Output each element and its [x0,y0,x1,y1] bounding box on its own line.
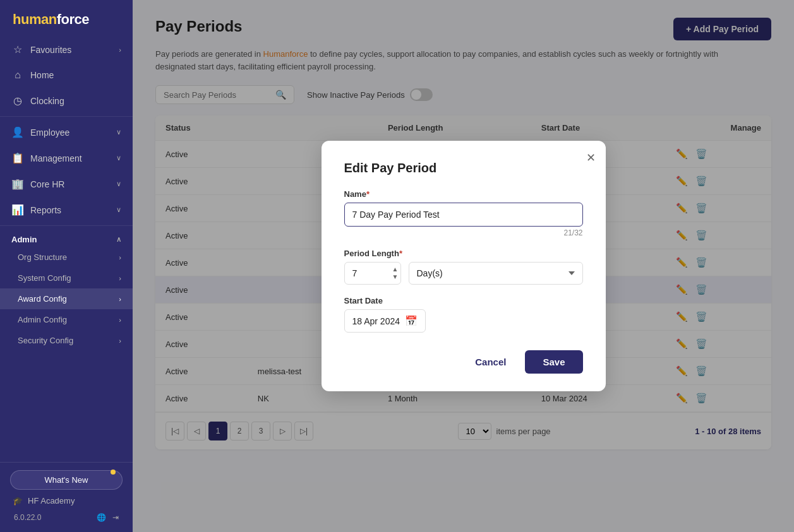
employee-icon: 👤 [11,126,24,138]
period-unit-select[interactable]: Day(s) Week(s) Month(s) [409,262,583,285]
chevron-down-icon: ∨ [116,206,121,214]
chevron-right-icon: › [119,337,121,345]
start-date-group: Start Date 18 Apr 2024 📅 [344,296,583,333]
chevron-up-icon: ∧ [116,235,121,244]
version-label: 6.0.22.0 [14,513,41,522]
period-row: ▲ ▼ Day(s) Week(s) Month(s) [344,262,583,285]
sidebar-item-award-config[interactable]: Award Config › [0,288,133,309]
chevron-right-icon: › [119,295,121,303]
sidebar-item-system-config[interactable]: System Config › [0,268,133,288]
academy-icon: 🎓 [13,496,23,505]
sidebar-item-label: Home [30,70,54,80]
chevron-right-icon: › [119,275,121,282]
name-field-group: Name* 21/32 [344,189,583,237]
sidebar-item-label: Clocking [30,96,64,106]
hf-academy-label: HF Academy [28,496,75,505]
sidebar-sub-item-label: System Config [18,273,71,283]
whats-new-label: What's New [45,475,88,485]
sidebar-item-label: Employee [30,127,69,138]
modal-overlay: ✕ Edit Pay Period Name* 21/32 Period Len… [133,0,794,532]
sidebar-sub-item-label: Security Config [18,336,73,345]
sidebar-item-admin-config[interactable]: Admin Config › [0,309,133,330]
sidebar-item-reports[interactable]: 📊 Reports ∨ [0,197,133,223]
management-icon: 📋 [11,152,24,164]
sidebar-item-label: Core HR [30,179,64,189]
sidebar-item-label: Reports [30,205,61,215]
stepper-down-button[interactable]: ▼ [392,274,399,280]
sidebar-item-org-structure[interactable]: Org Structure › [0,247,133,268]
sidebar-item-management[interactable]: 📋 Management ∨ [0,145,133,171]
sidebar-item-home[interactable]: ⌂ Home [0,62,133,88]
start-date-label: Start Date [344,296,583,305]
whats-new-button[interactable]: What's New [10,470,123,490]
modal-close-button[interactable]: ✕ [586,151,596,165]
sidebar-item-favourites[interactable]: ☆ Favourites › [0,37,133,62]
chevron-down-icon: ∨ [116,128,121,136]
cancel-button[interactable]: Cancel [465,350,516,374]
chevron-right-icon: › [119,316,121,324]
sidebar-item-core-hr[interactable]: 🏢 Core HR ∨ [0,171,133,197]
sidebar-nav: ☆ Favourites › ⌂ Home ◷ Clocking 👤 Emplo… [0,37,133,462]
chevron-down-icon: ∨ [116,180,121,188]
edit-pay-period-modal: ✕ Edit Pay Period Name* 21/32 Period Len… [322,141,606,391]
reports-icon: 📊 [11,204,24,216]
name-label: Name* [344,189,583,199]
chevron-right-icon: › [119,254,121,261]
sidebar-admin-section[interactable]: Admin ∧ [0,228,133,247]
clock-icon: ◷ [11,95,24,107]
modal-actions: Cancel Save [344,350,583,374]
stepper: ▲ ▼ [392,266,399,280]
period-length-label: Period Length* [344,249,583,258]
bottom-icons: 🌐 ⇥ [97,513,119,522]
logout-icon[interactable]: ⇥ [112,513,119,522]
app-logo: humanforce [0,0,133,37]
chevron-down-icon: ∨ [116,154,121,162]
sidebar-footer: What's New 🎓 HF Academy 6.0.22.0 🌐 ⇥ [0,462,133,532]
star-icon: ☆ [11,44,24,56]
sidebar-sub-item-label: Org Structure [18,252,67,262]
sidebar-item-label: Management [30,153,82,163]
char-count: 21/32 [344,228,583,237]
main-content: Pay Periods + Add Pay Period Pay periods… [133,0,794,532]
sidebar-bottom-bar: 6.0.22.0 🌐 ⇥ [10,508,123,526]
sidebar-sub-item-label: Admin Config [18,315,67,324]
sidebar-item-label: Favourites [30,45,71,55]
name-input[interactable] [344,203,583,227]
calendar-icon[interactable]: 📅 [405,315,418,327]
sidebar-item-security-config[interactable]: Security Config › [0,330,133,351]
home-icon: ⌂ [11,69,24,81]
period-num-wrap: ▲ ▼ [344,262,401,285]
stepper-up-button[interactable]: ▲ [392,266,399,273]
chevron-right-icon: › [119,46,121,54]
sidebar: humanforce ☆ Favourites › ⌂ Home ◷ Clock… [0,0,133,532]
start-date-value: 18 Apr 2024 [352,316,400,326]
period-length-group: Period Length* ▲ ▼ Day(s) Week(s) Month(… [344,249,583,285]
sidebar-sub-item-label: Award Config [18,294,67,304]
sidebar-item-clocking[interactable]: ◷ Clocking [0,88,133,114]
sidebar-item-employee[interactable]: 👤 Employee ∨ [0,119,133,145]
notification-dot [111,470,116,475]
globe-icon[interactable]: 🌐 [97,513,106,522]
modal-title: Edit Pay Period [344,161,583,175]
hf-academy-link[interactable]: 🎓 HF Academy [10,490,123,508]
core-hr-icon: 🏢 [11,178,24,190]
date-input-wrap: 18 Apr 2024 📅 [344,309,426,333]
save-button[interactable]: Save [525,350,582,374]
